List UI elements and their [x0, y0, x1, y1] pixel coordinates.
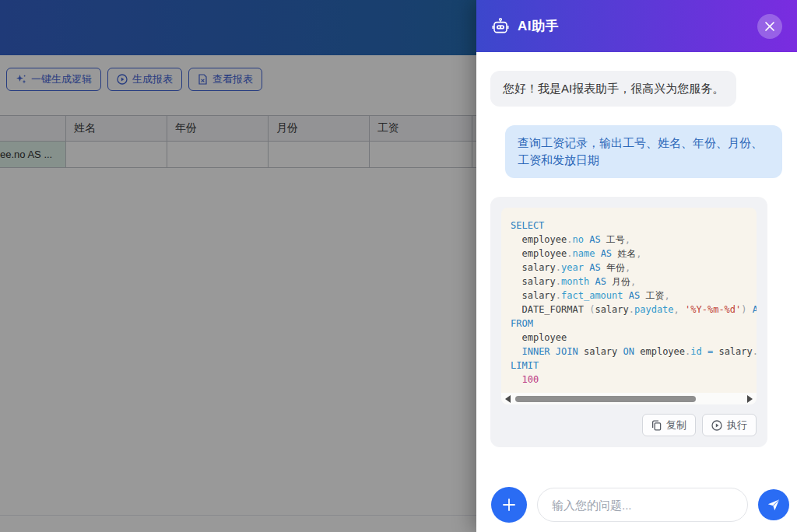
- play-circle-icon: [711, 420, 722, 431]
- sql-code-line: salary.fact_amount AS 工资,: [511, 289, 757, 303]
- close-icon: [764, 21, 775, 32]
- scrollbar-track[interactable]: [514, 396, 743, 402]
- sql-code-line: salary.month AS 月份,: [511, 275, 757, 289]
- close-panel-button[interactable]: [757, 14, 782, 39]
- plus-icon: [501, 497, 517, 513]
- sql-code-line: employee.name AS 姓名,: [511, 247, 757, 261]
- sql-code-line: LIMIT: [511, 359, 757, 373]
- run-button-label: 执行: [727, 418, 747, 432]
- panel-title: AI助手: [518, 17, 559, 35]
- code-actions: 复制 执行: [501, 414, 757, 436]
- question-input[interactable]: [537, 488, 748, 522]
- send-icon: [766, 497, 781, 513]
- assistant-greeting-message: 您好！我是AI报表助手，很高兴为您服务。: [490, 71, 736, 107]
- sql-code-block: SELECT employee.no AS 工号, employee.name …: [501, 208, 757, 404]
- run-button[interactable]: 执行: [702, 414, 757, 436]
- scrollbar-thumb[interactable]: [515, 396, 696, 402]
- sql-code-line: employee: [511, 331, 757, 345]
- scroll-left-arrow-icon[interactable]: [505, 395, 511, 403]
- copy-button[interactable]: 复制: [642, 414, 696, 436]
- sql-code-line: SELECT: [511, 219, 757, 233]
- chat-area: 您好！我是AI报表助手，很高兴为您服务。 查询工资记录，输出工号、姓名、年份、月…: [476, 52, 797, 481]
- send-button[interactable]: [758, 489, 789, 520]
- sql-code-line: salary.year AS 年份,: [511, 261, 757, 275]
- sql-code-line: 100: [511, 373, 757, 387]
- ai-assistant-panel: AI助手 您好！我是AI报表助手，很高兴为您服务。 查询工资记录，输出工号、姓名…: [476, 0, 797, 532]
- chat-input-bar: [476, 481, 797, 532]
- sql-code-content[interactable]: SELECT employee.no AS 工号, employee.name …: [501, 208, 757, 393]
- sql-code-line: INNER JOIN salary ON employee.id = salar…: [511, 345, 757, 359]
- copy-button-label: 复制: [666, 418, 686, 432]
- scroll-right-arrow-icon[interactable]: [747, 395, 753, 403]
- panel-header: AI助手: [476, 0, 797, 52]
- sql-code-line: FROM: [511, 317, 757, 331]
- assistant-code-message: SELECT employee.no AS 工号, employee.name …: [490, 197, 767, 447]
- robot-icon: [491, 17, 510, 36]
- sql-code-line: DATE_FORMAT (salary.paydate, '%Y-%m-%d')…: [511, 303, 757, 317]
- user-query-message: 查询工资记录，输出工号、姓名、年份、月份、工资和发放日期: [505, 125, 782, 178]
- sql-code-line: employee.no AS 工号,: [511, 233, 757, 247]
- code-horizontal-scrollbar[interactable]: [501, 393, 757, 404]
- copy-icon: [651, 420, 662, 431]
- add-attachment-button[interactable]: [491, 487, 527, 523]
